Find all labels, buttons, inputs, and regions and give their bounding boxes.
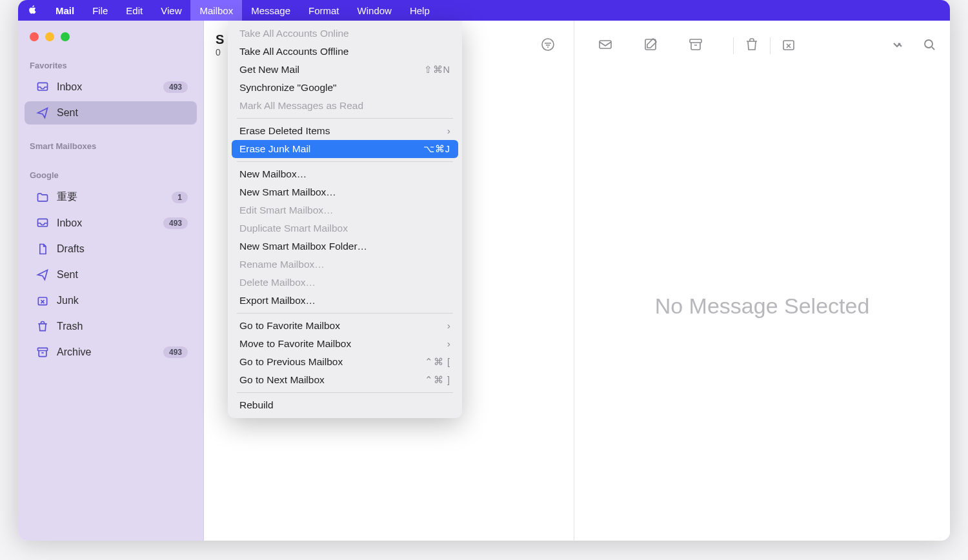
menu-separator — [237, 161, 453, 162]
mail-window: Mail File Edit View Mailbox Message Form… — [18, 0, 950, 541]
menu-item-rebuild[interactable]: Rebuild — [232, 396, 458, 414]
badge: 493 — [163, 217, 188, 229]
badge: 493 — [163, 81, 188, 93]
menu-item-label: Edit Smart Mailbox… — [239, 205, 450, 216]
svg-rect-5 — [690, 39, 701, 43]
chevron-right-icon: › — [447, 338, 450, 350]
menu-view[interactable]: View — [152, 0, 190, 21]
sidebar-item-junk[interactable]: Junk — [25, 289, 197, 312]
section-smart-label: Smart Mailboxes — [18, 137, 203, 155]
junk-button-icon[interactable] — [781, 37, 796, 55]
window-controls — [18, 32, 203, 41]
menu-item-synchronize-google[interactable]: Synchronize "Google" — [232, 79, 458, 97]
menu-edit[interactable]: Edit — [117, 0, 152, 21]
menu-mailbox[interactable]: Mailbox — [190, 0, 242, 21]
menu-item-delete-mailbox: Delete Mailbox… — [232, 274, 458, 292]
menu-item-label: New Smart Mailbox… — [239, 186, 450, 198]
menu-item-erase-deleted-items[interactable]: Erase Deleted Items› — [232, 122, 458, 140]
sidebar-item-label: Trash — [57, 321, 188, 332]
menu-separator — [237, 313, 453, 314]
menu-item-rename-mailbox: Rename Mailbox… — [232, 255, 458, 274]
menu-item-edit-smart-mailbox: Edit Smart Mailbox… — [232, 201, 458, 219]
menu-item-erase-junk-mail[interactable]: Erase Junk Mail⌥⌘J — [232, 140, 458, 158]
empty-state-text: No Message Selected — [574, 71, 950, 541]
svg-rect-3 — [600, 41, 611, 48]
menu-help[interactable]: Help — [401, 0, 439, 21]
menu-format[interactable]: Format — [299, 0, 348, 21]
menu-item-label: Go to Favorite Mailbox — [239, 320, 447, 332]
sidebar-item-inbox[interactable]: Inbox 493 — [25, 75, 197, 99]
svg-point-7 — [925, 40, 933, 48]
chevron-right-icon: › — [447, 320, 450, 332]
divider — [770, 37, 771, 54]
menu-item-new-smart-mailbox-folder[interactable]: New Smart Mailbox Folder… — [232, 237, 458, 255]
sidebar-item-label: Sent — [57, 107, 188, 119]
minimize-icon[interactable] — [45, 32, 54, 41]
sidebar-item-archive[interactable]: Archive 493 — [25, 341, 197, 364]
folder-icon — [36, 191, 49, 204]
sidebar-item-label: Sent — [57, 269, 188, 281]
menu-item-take-all-accounts-offline[interactable]: Take All Accounts Offline — [232, 43, 458, 61]
sidebar-item-label: Inbox — [57, 81, 156, 93]
message-view: No Message Selected — [574, 21, 950, 541]
drafts-icon — [36, 243, 49, 255]
menu-item-label: Export Mailbox… — [239, 295, 450, 306]
compose-icon[interactable] — [643, 37, 658, 55]
menu-shortcut: ⌃⌘ [ — [425, 357, 450, 367]
sidebar-item-sent[interactable]: Sent — [25, 101, 197, 125]
envelope-icon[interactable] — [598, 37, 613, 55]
sidebar-item-label: Junk — [57, 295, 188, 306]
badge: 1 — [172, 192, 188, 203]
mailbox-menu-dropdown: Take All Accounts OnlineTake All Account… — [228, 21, 462, 418]
sidebar-item-google-inbox[interactable]: Inbox 493 — [25, 212, 197, 235]
menu-item-export-mailbox[interactable]: Export Mailbox… — [232, 292, 458, 310]
sidebar-item-label: Drafts — [57, 243, 188, 255]
zoom-icon[interactable] — [61, 32, 70, 41]
sidebar: Favorites Inbox 493 Sent Smart Mailboxes… — [18, 21, 204, 541]
menu-item-get-new-mail[interactable]: Get New Mail⇧⌘N — [232, 61, 458, 79]
trash-button-icon[interactable] — [744, 37, 760, 55]
sidebar-item-trash[interactable]: Trash — [25, 315, 197, 338]
menu-item-label: Go to Next Mailbox — [239, 374, 425, 386]
menu-item-label: New Mailbox… — [239, 168, 450, 180]
menu-window[interactable]: Window — [348, 0, 401, 21]
filter-icon[interactable] — [540, 37, 556, 55]
divider — [733, 37, 734, 54]
menu-item-move-to-favorite-mailbox[interactable]: Move to Favorite Mailbox› — [232, 335, 458, 353]
menu-item-take-all-accounts-online: Take All Accounts Online — [232, 25, 458, 43]
menu-app[interactable]: Mail — [46, 0, 83, 21]
menu-item-label: Rename Mailbox… — [239, 259, 450, 270]
sidebar-item-important[interactable]: 重要 1 — [25, 185, 197, 209]
chevron-right-icon: › — [447, 125, 450, 137]
message-toolbar — [574, 21, 950, 71]
menu-file[interactable]: File — [83, 0, 117, 21]
menu-shortcut: ⌥⌘J — [423, 144, 450, 154]
badge: 493 — [163, 346, 188, 358]
menu-item-new-mailbox[interactable]: New Mailbox… — [232, 165, 458, 183]
menu-item-label: Take All Accounts Offline — [239, 46, 450, 57]
svg-point-2 — [542, 39, 554, 50]
sidebar-item-drafts[interactable]: Drafts — [25, 237, 197, 261]
menu-item-mark-all-messages-as-read: Mark All Messages as Read — [232, 97, 458, 115]
menu-item-go-to-favorite-mailbox[interactable]: Go to Favorite Mailbox› — [232, 317, 458, 335]
trash-icon — [36, 320, 49, 333]
sidebar-item-label: 重要 — [57, 190, 164, 204]
apple-icon[interactable] — [27, 5, 37, 17]
menubar: Mail File Edit View Mailbox Message Form… — [18, 0, 950, 21]
section-favorites-label: Favorites — [18, 57, 203, 74]
svg-rect-1 — [38, 348, 48, 350]
sidebar-item-label: Archive — [57, 346, 156, 358]
junk-icon — [36, 294, 49, 307]
overflow-icon[interactable] — [889, 37, 905, 55]
menu-item-new-smart-mailbox[interactable]: New Smart Mailbox… — [232, 183, 458, 201]
archive-button-icon[interactable] — [688, 37, 703, 55]
menu-item-go-to-previous-mailbox[interactable]: Go to Previous Mailbox⌃⌘ [ — [232, 353, 458, 371]
menu-message[interactable]: Message — [242, 0, 299, 21]
menu-item-go-to-next-mailbox[interactable]: Go to Next Mailbox⌃⌘ ] — [232, 371, 458, 389]
menu-item-label: Get New Mail — [239, 64, 424, 75]
sidebar-item-google-sent[interactable]: Sent — [25, 263, 197, 286]
menu-item-label: Go to Previous Mailbox — [239, 356, 425, 368]
search-icon[interactable] — [922, 37, 937, 55]
close-icon[interactable] — [30, 32, 39, 41]
menu-item-duplicate-smart-mailbox: Duplicate Smart Mailbox — [232, 219, 458, 237]
